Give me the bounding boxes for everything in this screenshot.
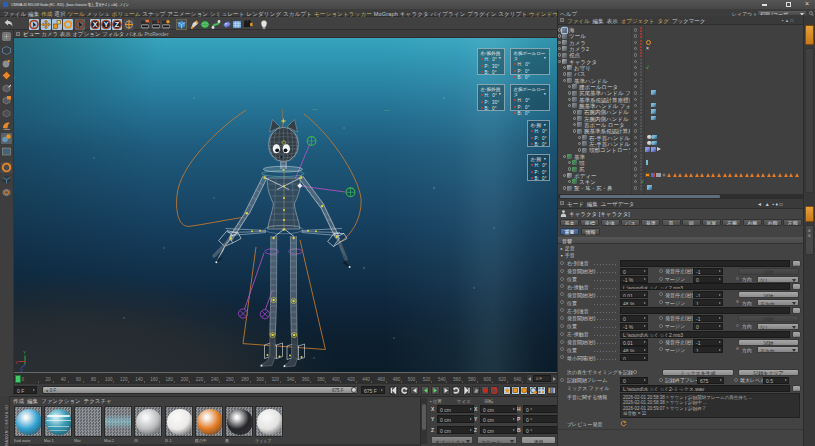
svg-text:Y: Y — [104, 21, 109, 28]
svg-text:?: ? — [492, 387, 495, 393]
svg-text:X: X — [93, 21, 98, 28]
svg-text:Y: Y — [23, 350, 26, 355]
svg-text:Z: Z — [115, 21, 120, 28]
svg-text:X: X — [15, 360, 18, 365]
